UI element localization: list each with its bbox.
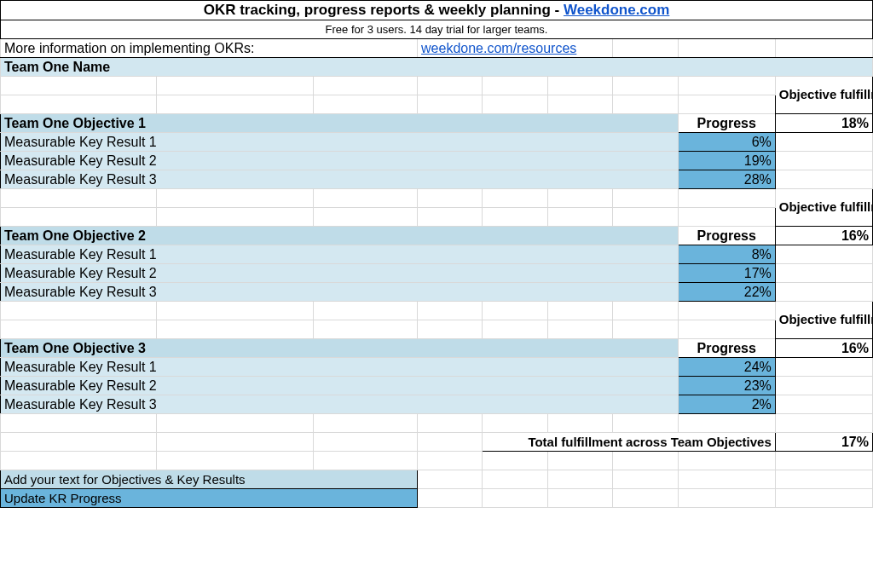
subtitle: Free for 3 users. 14 day trial for large… (1, 20, 873, 39)
kr-progress[interactable]: 23% (678, 377, 775, 395)
kr-progress[interactable]: 2% (678, 395, 775, 414)
progress-header: Progress (678, 339, 775, 358)
kr-progress[interactable]: 19% (678, 152, 775, 170)
kr-name[interactable]: Measurable Key Result 2 (1, 264, 679, 283)
kr-name[interactable]: Measurable Key Result 1 (1, 133, 679, 152)
title-link[interactable]: Weekdone.com (564, 2, 669, 18)
kr-progress[interactable]: 8% (678, 245, 775, 264)
progress-header: Progress (678, 227, 775, 245)
objective-name[interactable]: Team One Objective 3 (1, 339, 679, 358)
objective-fulfillment-pct: 18% (775, 114, 872, 133)
kr-progress[interactable]: 17% (678, 264, 775, 283)
kr-name[interactable]: Measurable Key Result 3 (1, 395, 679, 414)
kr-name[interactable]: Measurable Key Result 3 (1, 170, 679, 189)
progress-header: Progress (678, 114, 775, 133)
total-fulfillment-pct: 17% (775, 433, 872, 452)
team-name[interactable]: Team One Name (1, 58, 873, 77)
obj-fulfillment-header: Objective fulfillment (775, 189, 872, 227)
legend-add-objectives: Add your text for Objectives & Key Resul… (1, 470, 418, 489)
kr-progress[interactable]: 28% (678, 170, 775, 189)
objective-name[interactable]: Team One Objective 1 (1, 114, 679, 133)
kr-name[interactable]: Measurable Key Result 2 (1, 377, 679, 395)
total-fulfillment-label: Total fulfillment across Team Objectives (483, 433, 775, 452)
objective-fulfillment-pct: 16% (775, 227, 872, 245)
kr-progress[interactable]: 22% (678, 283, 775, 302)
title-text: OKR tracking, progress reports & weekly … (204, 2, 564, 18)
kr-name[interactable]: Measurable Key Result 1 (1, 358, 679, 377)
kr-name[interactable]: Measurable Key Result 3 (1, 283, 679, 302)
objective-name[interactable]: Team One Objective 2 (1, 227, 679, 245)
kr-name[interactable]: Measurable Key Result 2 (1, 152, 679, 170)
resources-link-cell: weekdone.com/resources (418, 39, 613, 58)
obj-fulfillment-header: Objective fulfillment (775, 302, 872, 339)
kr-name[interactable]: Measurable Key Result 1 (1, 245, 679, 264)
kr-progress[interactable]: 6% (678, 133, 775, 152)
kr-progress[interactable]: 24% (678, 358, 775, 377)
obj-fulfillment-header: Objective fulfillment (775, 77, 872, 114)
legend-update-progress: Update KR Progress (1, 489, 418, 508)
okr-sheet: OKR tracking, progress reports & weekly … (0, 0, 873, 508)
page-title: OKR tracking, progress reports & weekly … (1, 1, 873, 20)
resources-link[interactable]: weekdone.com/resources (421, 41, 576, 55)
objective-fulfillment-pct: 16% (775, 339, 872, 358)
more-info-label: More information on implementing OKRs: (1, 39, 418, 58)
